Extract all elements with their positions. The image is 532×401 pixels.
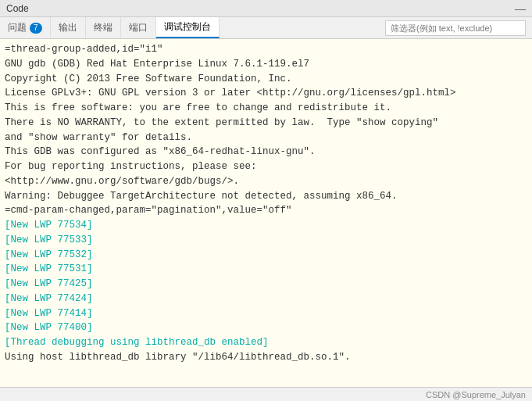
tab-port[interactable]: 端口 <box>121 17 156 38</box>
tab-problems[interactable]: 问题7 <box>0 17 51 38</box>
console-line: GNU gdb (GDB) Red Hat Enterprise Linux 7… <box>5 57 527 72</box>
console-output: =thread-group-added,id="i1"GNU gdb (GDB)… <box>0 39 532 387</box>
filter-area <box>385 17 532 38</box>
console-line: There is NO WARRANTY, to the extent perm… <box>5 116 527 131</box>
filter-input[interactable] <box>385 20 526 36</box>
console-line: [New LWP 77533] <box>5 233 527 248</box>
console-line: This is free software: you are free to c… <box>5 101 527 116</box>
console-line: [New LWP 77532] <box>5 248 527 263</box>
tab-output[interactable]: 输出 <box>51 17 86 38</box>
console-line: <http://www.gnu.org/software/gdb/bugs/>. <box>5 174 527 189</box>
console-line: [New LWP 77424] <box>5 292 527 306</box>
console-line: [New LWP 77534] <box>5 218 527 233</box>
tab-terminal[interactable]: 终端 <box>86 17 121 38</box>
console-line: [New LWP 77400] <box>5 320 527 335</box>
console-line: License GPLv3+: GNU GPL version 3 or lat… <box>5 86 527 101</box>
console-line: [New LWP 77531] <box>5 262 527 277</box>
console-line: Warning: Debuggee TargetArchitecture not… <box>5 189 527 204</box>
status-text: CSDN @Supreme_Julyan <box>426 390 526 399</box>
console-line: [New LWP 77414] <box>5 306 527 321</box>
title-bar: Code — <box>0 0 532 17</box>
tab-debug-console[interactable]: 调试控制台 <box>156 17 220 38</box>
tab-badge-problems: 7 <box>30 23 42 34</box>
console-line: =thread-group-added,id="i1" <box>5 42 527 57</box>
app-title: Code <box>6 3 29 14</box>
console-line: and "show warranty" for details. <box>5 131 527 145</box>
tab-bar: 问题7输出终端端口调试控制台 <box>0 17 532 39</box>
status-bar: CSDN @Supreme_Julyan <box>0 387 532 401</box>
console-line: [New LWP 77425] <box>5 277 527 292</box>
console-line: Using host libthread_db library "/lib64/… <box>5 350 527 365</box>
console-line: For bug reporting instructions, please s… <box>5 159 527 174</box>
console-line: =cmd-param-changed,param="pagination",va… <box>5 203 527 218</box>
console-line: Copyright (C) 2013 Free Software Foundat… <box>5 72 527 87</box>
console-line: This GDB was configured as "x86_64-redha… <box>5 145 527 159</box>
console-line: [Thread debugging using libthread_db ena… <box>5 335 527 350</box>
window-close-button[interactable]: — <box>515 2 526 15</box>
